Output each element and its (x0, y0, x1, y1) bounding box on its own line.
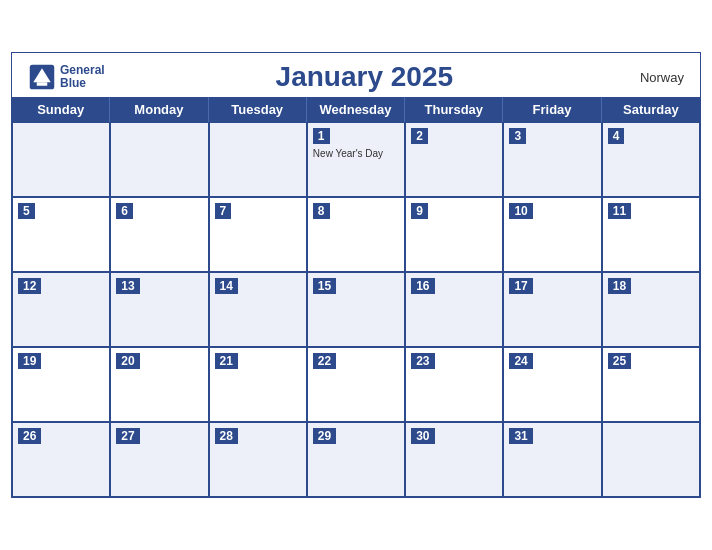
day-number: 7 (215, 203, 232, 219)
day-number: 17 (509, 278, 532, 294)
logo: General Blue (28, 63, 105, 91)
day-cell: 23 (405, 347, 503, 422)
day-header-saturday: Saturday (602, 97, 700, 122)
day-cell: 12 (12, 272, 110, 347)
day-cell: 8 (307, 197, 405, 272)
day-cell: 27 (110, 422, 208, 497)
day-cell: 31 (503, 422, 601, 497)
day-number: 8 (313, 203, 330, 219)
month-title: January 2025 (105, 61, 624, 93)
day-header-sunday: Sunday (12, 97, 110, 122)
calendar-header: General Blue January 2025 Norway (12, 53, 700, 97)
day-cell: 22 (307, 347, 405, 422)
day-cell (602, 422, 700, 497)
day-number: 4 (608, 128, 625, 144)
logo-icon (28, 63, 56, 91)
day-number: 2 (411, 128, 428, 144)
day-number: 20 (116, 353, 139, 369)
day-header-friday: Friday (503, 97, 601, 122)
day-number: 18 (608, 278, 631, 294)
day-cell: 5 (12, 197, 110, 272)
day-number: 5 (18, 203, 35, 219)
day-number: 13 (116, 278, 139, 294)
day-number: 12 (18, 278, 41, 294)
day-cell: 7 (209, 197, 307, 272)
day-cell: 13 (110, 272, 208, 347)
day-cell: 17 (503, 272, 601, 347)
day-cell (12, 122, 110, 197)
day-header-tuesday: Tuesday (209, 97, 307, 122)
day-number: 1 (313, 128, 330, 144)
day-cell: 20 (110, 347, 208, 422)
day-number: 26 (18, 428, 41, 444)
day-cell: 4 (602, 122, 700, 197)
day-number: 16 (411, 278, 434, 294)
day-number: 22 (313, 353, 336, 369)
day-number: 15 (313, 278, 336, 294)
event-label: New Year's Day (313, 148, 399, 159)
day-number: 9 (411, 203, 428, 219)
day-header-thursday: Thursday (405, 97, 503, 122)
country-label: Norway (624, 70, 684, 85)
day-number: 14 (215, 278, 238, 294)
day-cell: 16 (405, 272, 503, 347)
day-cell: 25 (602, 347, 700, 422)
day-cell: 9 (405, 197, 503, 272)
day-cell (110, 122, 208, 197)
day-cell: 30 (405, 422, 503, 497)
day-cell: 15 (307, 272, 405, 347)
day-cell: 24 (503, 347, 601, 422)
day-cell: 21 (209, 347, 307, 422)
day-headers: Sunday Monday Tuesday Wednesday Thursday… (12, 97, 700, 122)
day-number: 30 (411, 428, 434, 444)
day-number: 24 (509, 353, 532, 369)
logo-text: General Blue (60, 64, 105, 90)
day-number: 19 (18, 353, 41, 369)
day-header-wednesday: Wednesday (307, 97, 405, 122)
day-number: 10 (509, 203, 532, 219)
day-number: 31 (509, 428, 532, 444)
day-cell: 10 (503, 197, 601, 272)
day-cell: 29 (307, 422, 405, 497)
day-cell: 1New Year's Day (307, 122, 405, 197)
day-cell: 3 (503, 122, 601, 197)
day-cell: 26 (12, 422, 110, 497)
day-cell: 2 (405, 122, 503, 197)
day-number: 25 (608, 353, 631, 369)
day-number: 29 (313, 428, 336, 444)
svg-rect-2 (37, 82, 48, 86)
day-cell: 6 (110, 197, 208, 272)
day-header-monday: Monday (110, 97, 208, 122)
day-number: 23 (411, 353, 434, 369)
day-cell: 11 (602, 197, 700, 272)
day-cell: 28 (209, 422, 307, 497)
day-number: 6 (116, 203, 133, 219)
calendar: General Blue January 2025 Norway Sunday … (11, 52, 701, 498)
day-cell: 18 (602, 272, 700, 347)
calendar-grid: 1New Year's Day2345678910111213141516171… (12, 122, 700, 497)
day-number: 28 (215, 428, 238, 444)
day-cell (209, 122, 307, 197)
day-number: 27 (116, 428, 139, 444)
day-number: 3 (509, 128, 526, 144)
day-cell: 14 (209, 272, 307, 347)
day-cell: 19 (12, 347, 110, 422)
day-number: 11 (608, 203, 631, 219)
day-number: 21 (215, 353, 238, 369)
